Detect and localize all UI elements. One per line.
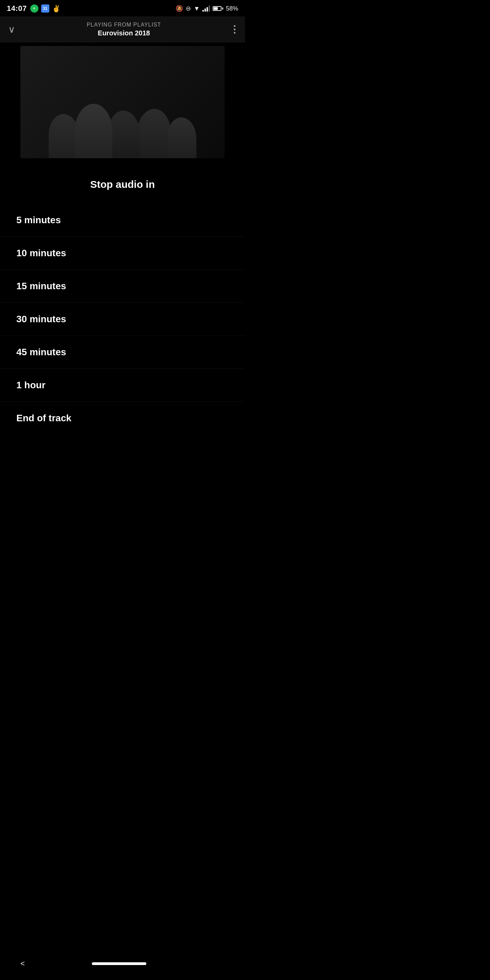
timer-option-label-1hour: 1 hour (16, 380, 46, 390)
signal-bar-1 (202, 10, 204, 11)
status-icons-left: 31 ✌️ (30, 5, 60, 13)
timer-option-15min[interactable]: 15 minutes (0, 270, 245, 303)
timer-option-label-15min: 15 minutes (16, 281, 66, 291)
status-right: 🔕 ⊖ ▼ 58% (176, 5, 238, 12)
content-wrapper: Stop audio in 5 minutes10 minutes15 minu… (0, 162, 245, 472)
signal-bar-3 (207, 7, 208, 11)
gesture-icon: ✌️ (52, 5, 60, 13)
timer-option-30min[interactable]: 30 minutes (0, 303, 245, 336)
timer-option-label-5min: 5 minutes (16, 215, 61, 225)
timer-option-5min[interactable]: 5 minutes (0, 204, 245, 237)
timer-option-45min[interactable]: 45 minutes (0, 336, 245, 369)
timer-option-label-10min: 10 minutes (16, 248, 66, 258)
timer-option-endtrack[interactable]: End of track (0, 402, 245, 434)
battery-body (213, 6, 221, 11)
album-art-silhouettes (21, 63, 224, 159)
timer-option-label-endtrack: End of track (16, 413, 72, 423)
signal-bar-4 (208, 5, 210, 11)
playing-from-label: PLAYING FROM PLAYLIST (87, 22, 161, 28)
mute-icon: 🔕 (176, 5, 183, 12)
more-dot-2 (234, 29, 235, 30)
status-left: 14:07 31 ✌️ (7, 4, 60, 13)
silhouette-4 (137, 109, 171, 158)
album-art-container (0, 43, 245, 162)
status-bar: 14:07 31 ✌️ 🔕 ⊖ ▼ (0, 0, 245, 16)
wifi-icon: ▼ (194, 5, 200, 12)
stop-audio-section: Stop audio in (0, 162, 245, 200)
dnd-icon: ⊖ (186, 5, 191, 12)
stop-audio-title: Stop audio in (8, 179, 237, 190)
battery-icon (213, 6, 223, 11)
timer-option-1hour[interactable]: 1 hour (0, 369, 245, 402)
timer-option-label-30min: 30 minutes (16, 314, 66, 324)
more-dot-1 (234, 25, 235, 27)
timer-option-label-45min: 45 minutes (16, 347, 66, 357)
battery-percent: 58% (226, 5, 238, 12)
nav-title: PLAYING FROM PLAYLIST Eurovision 2018 (87, 22, 161, 37)
calendar-icon: 31 (41, 5, 49, 13)
more-menu-button[interactable] (232, 24, 237, 35)
silhouette-5 (167, 118, 196, 158)
more-dot-3 (234, 32, 235, 34)
collapse-button[interactable]: ∨ (8, 24, 15, 35)
album-art (21, 46, 224, 158)
timer-option-10min[interactable]: 10 minutes (0, 237, 245, 270)
battery-tip (222, 8, 223, 10)
spotify-icon (30, 5, 38, 13)
silhouette-3 (108, 111, 140, 158)
timer-options-list: 5 minutes10 minutes15 minutes30 minutes4… (0, 200, 245, 438)
battery-fill (214, 7, 218, 10)
silhouette-2 (75, 104, 112, 158)
signal-bars (202, 5, 210, 11)
playlist-name: Eurovision 2018 (87, 29, 161, 37)
signal-bar-2 (205, 8, 206, 11)
status-time: 14:07 (7, 4, 27, 13)
top-nav: ∨ PLAYING FROM PLAYLIST Eurovision 2018 (0, 16, 245, 43)
